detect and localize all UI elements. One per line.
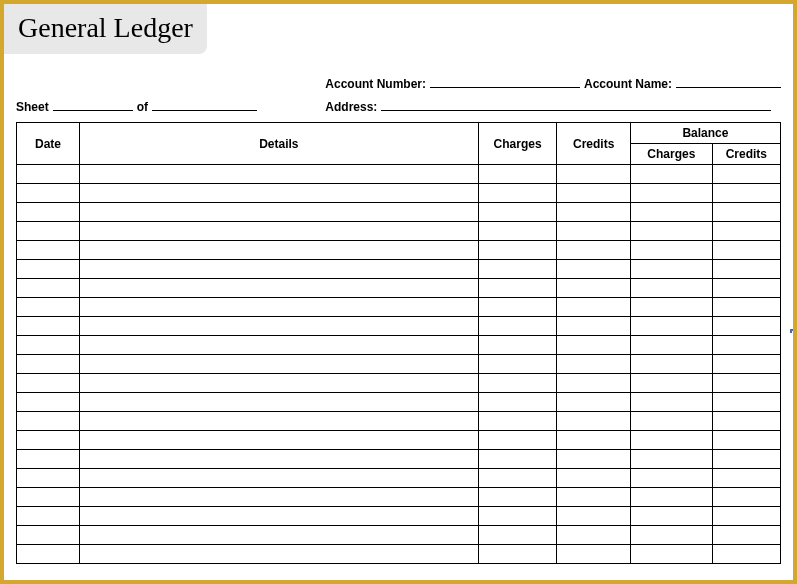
- cell-charges[interactable]: [478, 241, 557, 260]
- cell-credits[interactable]: [557, 165, 630, 184]
- cell-bal_credits[interactable]: [712, 374, 780, 393]
- cell-charges[interactable]: [478, 431, 557, 450]
- cell-bal_credits[interactable]: [712, 526, 780, 545]
- cell-bal_credits[interactable]: [712, 317, 780, 336]
- cell-bal_credits[interactable]: [712, 184, 780, 203]
- cell-details[interactable]: [79, 298, 478, 317]
- cell-bal_charges[interactable]: [630, 317, 712, 336]
- cell-date[interactable]: [17, 260, 80, 279]
- cell-date[interactable]: [17, 488, 80, 507]
- cell-bal_credits[interactable]: [712, 412, 780, 431]
- cell-credits[interactable]: [557, 336, 630, 355]
- cell-bal_credits[interactable]: [712, 165, 780, 184]
- cell-charges[interactable]: [478, 184, 557, 203]
- cell-credits[interactable]: [557, 450, 630, 469]
- cell-bal_credits[interactable]: [712, 469, 780, 488]
- cell-details[interactable]: [79, 469, 478, 488]
- cell-details[interactable]: [79, 241, 478, 260]
- cell-bal_credits[interactable]: [712, 279, 780, 298]
- cell-details[interactable]: [79, 545, 478, 564]
- cell-bal_charges[interactable]: [630, 488, 712, 507]
- cell-credits[interactable]: [557, 241, 630, 260]
- cell-bal_charges[interactable]: [630, 507, 712, 526]
- cell-date[interactable]: [17, 317, 80, 336]
- cell-bal_charges[interactable]: [630, 450, 712, 469]
- cell-charges[interactable]: [478, 355, 557, 374]
- cell-bal_charges[interactable]: [630, 222, 712, 241]
- cell-bal_credits[interactable]: [712, 393, 780, 412]
- cell-details[interactable]: [79, 279, 478, 298]
- cell-bal_charges[interactable]: [630, 412, 712, 431]
- cell-charges[interactable]: [478, 412, 557, 431]
- cell-details[interactable]: [79, 526, 478, 545]
- cell-details[interactable]: [79, 488, 478, 507]
- cell-bal_charges[interactable]: [630, 469, 712, 488]
- cell-charges[interactable]: [478, 526, 557, 545]
- cell-date[interactable]: [17, 393, 80, 412]
- cell-credits[interactable]: [557, 374, 630, 393]
- cell-bal_charges[interactable]: [630, 431, 712, 450]
- cell-date[interactable]: [17, 469, 80, 488]
- cell-bal_charges[interactable]: [630, 298, 712, 317]
- cell-date[interactable]: [17, 184, 80, 203]
- cell-bal_credits[interactable]: [712, 431, 780, 450]
- cell-bal_charges[interactable]: [630, 355, 712, 374]
- cell-charges[interactable]: [478, 317, 557, 336]
- cell-credits[interactable]: [557, 184, 630, 203]
- cell-date[interactable]: [17, 450, 80, 469]
- cell-details[interactable]: [79, 184, 478, 203]
- cell-bal_credits[interactable]: [712, 450, 780, 469]
- cell-bal_credits[interactable]: [712, 260, 780, 279]
- cell-date[interactable]: [17, 336, 80, 355]
- cell-charges[interactable]: [478, 545, 557, 564]
- cell-bal_credits[interactable]: [712, 336, 780, 355]
- cell-date[interactable]: [17, 355, 80, 374]
- cell-bal_credits[interactable]: [712, 241, 780, 260]
- cell-date[interactable]: [17, 545, 80, 564]
- cell-details[interactable]: [79, 412, 478, 431]
- cell-bal_charges[interactable]: [630, 203, 712, 222]
- cell-date[interactable]: [17, 431, 80, 450]
- cell-details[interactable]: [79, 450, 478, 469]
- cell-charges[interactable]: [478, 488, 557, 507]
- cell-credits[interactable]: [557, 203, 630, 222]
- cell-date[interactable]: [17, 507, 80, 526]
- address-value[interactable]: [381, 97, 771, 111]
- cell-details[interactable]: [79, 165, 478, 184]
- cell-date[interactable]: [17, 241, 80, 260]
- sheet-value-2[interactable]: [152, 97, 257, 111]
- cell-credits[interactable]: [557, 412, 630, 431]
- cell-details[interactable]: [79, 355, 478, 374]
- cell-details[interactable]: [79, 393, 478, 412]
- cell-bal_credits[interactable]: [712, 222, 780, 241]
- cell-bal_credits[interactable]: [712, 488, 780, 507]
- sheet-value-1[interactable]: [53, 97, 133, 111]
- account-name-value[interactable]: [676, 74, 781, 88]
- cell-bal_credits[interactable]: [712, 355, 780, 374]
- cell-charges[interactable]: [478, 203, 557, 222]
- cell-bal_charges[interactable]: [630, 545, 712, 564]
- cell-date[interactable]: [17, 203, 80, 222]
- cell-credits[interactable]: [557, 317, 630, 336]
- cell-credits[interactable]: [557, 260, 630, 279]
- cell-details[interactable]: [79, 203, 478, 222]
- cell-bal_charges[interactable]: [630, 279, 712, 298]
- cell-charges[interactable]: [478, 450, 557, 469]
- cell-bal_credits[interactable]: [712, 545, 780, 564]
- cell-bal_charges[interactable]: [630, 526, 712, 545]
- cell-details[interactable]: [79, 317, 478, 336]
- cell-credits[interactable]: [557, 298, 630, 317]
- cell-credits[interactable]: [557, 545, 630, 564]
- cell-date[interactable]: [17, 298, 80, 317]
- cell-details[interactable]: [79, 374, 478, 393]
- cell-details[interactable]: [79, 222, 478, 241]
- account-number-value[interactable]: [430, 74, 580, 88]
- cell-bal_charges[interactable]: [630, 184, 712, 203]
- cell-charges[interactable]: [478, 469, 557, 488]
- cell-bal_charges[interactable]: [630, 393, 712, 412]
- cell-charges[interactable]: [478, 336, 557, 355]
- cell-bal_credits[interactable]: [712, 507, 780, 526]
- cell-credits[interactable]: [557, 431, 630, 450]
- cell-date[interactable]: [17, 526, 80, 545]
- cell-details[interactable]: [79, 260, 478, 279]
